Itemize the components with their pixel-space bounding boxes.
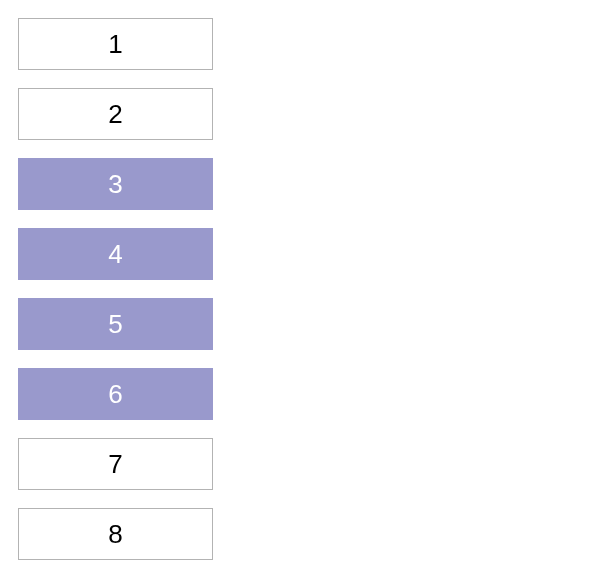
list-item[interactable]: 2	[18, 88, 213, 140]
list-item-label: 1	[108, 29, 122, 60]
list-item-label: 7	[108, 449, 122, 480]
list-item[interactable]: 8	[18, 508, 213, 560]
list-item-label: 5	[108, 309, 122, 340]
list-item-label: 4	[108, 239, 122, 270]
list-item[interactable]: 3	[18, 158, 213, 210]
list-item[interactable]: 5	[18, 298, 213, 350]
selectable-list: 1 2 3 4 5 6 7 8	[18, 18, 578, 560]
list-item-label: 3	[108, 169, 122, 200]
list-item[interactable]: 7	[18, 438, 213, 490]
list-item-label: 2	[108, 99, 122, 130]
list-item-label: 6	[108, 379, 122, 410]
list-item[interactable]: 6	[18, 368, 213, 420]
list-item[interactable]: 4	[18, 228, 213, 280]
list-item-label: 8	[108, 519, 122, 550]
list-item[interactable]: 1	[18, 18, 213, 70]
